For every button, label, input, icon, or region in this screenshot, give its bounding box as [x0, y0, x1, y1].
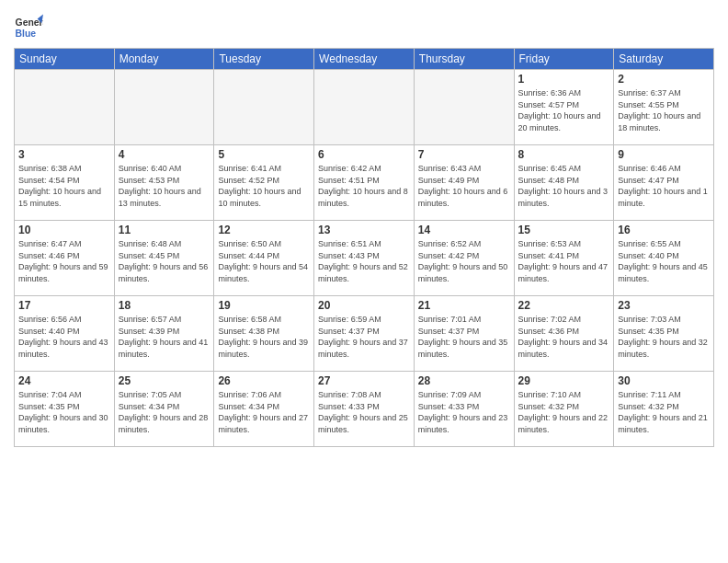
day-info: Sunrise: 6:47 AM Sunset: 4:46 PM Dayligh…: [18, 238, 110, 284]
day-info: Sunrise: 6:56 AM Sunset: 4:40 PM Dayligh…: [18, 314, 110, 360]
calendar-cell: 19Sunrise: 6:58 AM Sunset: 4:38 PM Dayli…: [214, 296, 314, 372]
day-info: Sunrise: 7:03 AM Sunset: 4:35 PM Dayligh…: [618, 314, 710, 360]
day-number: 16: [618, 224, 710, 236]
day-info: Sunrise: 6:40 AM Sunset: 4:53 PM Dayligh…: [119, 163, 210, 209]
calendar-cell: 1Sunrise: 6:36 AM Sunset: 4:57 PM Daylig…: [514, 70, 614, 145]
calendar-cell: 24Sunrise: 7:04 AM Sunset: 4:35 PM Dayli…: [15, 372, 115, 447]
day-number: 10: [18, 224, 110, 236]
day-number: 2: [618, 73, 710, 86]
day-info: Sunrise: 6:52 AM Sunset: 4:42 PM Dayligh…: [418, 238, 510, 284]
day-number: 6: [318, 148, 410, 161]
day-number: 12: [218, 224, 310, 236]
calendar-cell: 16Sunrise: 6:55 AM Sunset: 4:40 PM Dayli…: [614, 221, 714, 296]
weekday-header-saturday: Saturday: [614, 49, 714, 70]
day-number: 17: [18, 299, 110, 312]
weekday-header-sunday: Sunday: [15, 49, 115, 70]
day-number: 26: [218, 374, 310, 387]
day-info: Sunrise: 7:08 AM Sunset: 4:33 PM Dayligh…: [318, 389, 410, 435]
day-number: 19: [218, 299, 310, 312]
weekday-header-wednesday: Wednesday: [314, 49, 415, 70]
calendar-cell: 26Sunrise: 7:06 AM Sunset: 4:34 PM Dayli…: [214, 372, 314, 447]
day-info: Sunrise: 7:09 AM Sunset: 4:33 PM Dayligh…: [418, 389, 510, 435]
week-row-4: 24Sunrise: 7:04 AM Sunset: 4:35 PM Dayli…: [15, 372, 714, 447]
weekday-header-monday: Monday: [114, 49, 214, 70]
day-number: 23: [618, 299, 710, 312]
header: General Blue: [14, 9, 714, 42]
day-info: Sunrise: 6:38 AM Sunset: 4:54 PM Dayligh…: [18, 163, 110, 209]
week-row-0: 1Sunrise: 6:36 AM Sunset: 4:57 PM Daylig…: [15, 70, 714, 145]
day-number: 30: [618, 374, 710, 387]
calendar-cell: 27Sunrise: 7:08 AM Sunset: 4:33 PM Dayli…: [314, 372, 415, 447]
day-number: 22: [518, 299, 610, 312]
day-info: Sunrise: 6:53 AM Sunset: 4:41 PM Dayligh…: [518, 238, 610, 284]
calendar-cell: 13Sunrise: 6:51 AM Sunset: 4:43 PM Dayli…: [314, 221, 415, 296]
day-info: Sunrise: 7:04 AM Sunset: 4:35 PM Dayligh…: [18, 389, 110, 435]
calendar-cell: 22Sunrise: 7:02 AM Sunset: 4:36 PM Dayli…: [514, 296, 614, 372]
calendar-cell: 8Sunrise: 6:45 AM Sunset: 4:48 PM Daylig…: [514, 145, 614, 221]
day-info: Sunrise: 6:42 AM Sunset: 4:51 PM Dayligh…: [318, 163, 410, 209]
calendar-cell: 23Sunrise: 7:03 AM Sunset: 4:35 PM Dayli…: [614, 296, 714, 372]
calendar-cell: 14Sunrise: 6:52 AM Sunset: 4:42 PM Dayli…: [414, 221, 514, 296]
week-row-3: 17Sunrise: 6:56 AM Sunset: 4:40 PM Dayli…: [15, 296, 714, 372]
calendar-cell: [15, 70, 115, 145]
calendar-cell: [314, 70, 415, 145]
day-info: Sunrise: 7:02 AM Sunset: 4:36 PM Dayligh…: [518, 314, 610, 360]
day-info: Sunrise: 7:05 AM Sunset: 4:34 PM Dayligh…: [119, 389, 210, 435]
week-row-1: 3Sunrise: 6:38 AM Sunset: 4:54 PM Daylig…: [15, 145, 714, 221]
calendar-cell: 9Sunrise: 6:46 AM Sunset: 4:47 PM Daylig…: [614, 145, 714, 221]
day-number: 5: [218, 148, 310, 161]
calendar-cell: 7Sunrise: 6:43 AM Sunset: 4:49 PM Daylig…: [414, 145, 514, 221]
day-number: 11: [119, 224, 210, 236]
day-number: 7: [418, 148, 510, 161]
weekday-header-tuesday: Tuesday: [214, 49, 314, 70]
day-info: Sunrise: 6:55 AM Sunset: 4:40 PM Dayligh…: [618, 238, 710, 284]
calendar-cell: 2Sunrise: 6:37 AM Sunset: 4:55 PM Daylig…: [614, 70, 714, 145]
day-info: Sunrise: 6:36 AM Sunset: 4:57 PM Dayligh…: [518, 87, 610, 133]
day-info: Sunrise: 6:59 AM Sunset: 4:37 PM Dayligh…: [318, 314, 410, 360]
day-number: 29: [518, 374, 610, 387]
day-info: Sunrise: 6:58 AM Sunset: 4:38 PM Dayligh…: [218, 314, 310, 360]
weekday-header-row: SundayMondayTuesdayWednesdayThursdayFrid…: [15, 49, 714, 70]
page-container: General Blue SundayMondayTuesdayWednesda…: [0, 0, 728, 452]
day-number: 28: [418, 374, 510, 387]
day-info: Sunrise: 6:41 AM Sunset: 4:52 PM Dayligh…: [218, 163, 310, 209]
day-number: 27: [318, 374, 410, 387]
calendar-cell: [114, 70, 214, 145]
day-number: 1: [518, 73, 610, 86]
day-number: 4: [119, 148, 210, 161]
calendar-cell: 29Sunrise: 7:10 AM Sunset: 4:32 PM Dayli…: [514, 372, 614, 447]
day-info: Sunrise: 6:37 AM Sunset: 4:55 PM Dayligh…: [618, 87, 710, 133]
calendar-cell: 17Sunrise: 6:56 AM Sunset: 4:40 PM Dayli…: [15, 296, 115, 372]
day-number: 21: [418, 299, 510, 312]
calendar-cell: 5Sunrise: 6:41 AM Sunset: 4:52 PM Daylig…: [214, 145, 314, 221]
day-info: Sunrise: 7:11 AM Sunset: 4:32 PM Dayligh…: [618, 389, 710, 435]
weekday-header-thursday: Thursday: [414, 49, 514, 70]
day-info: Sunrise: 7:06 AM Sunset: 4:34 PM Dayligh…: [218, 389, 310, 435]
day-info: Sunrise: 6:46 AM Sunset: 4:47 PM Dayligh…: [618, 163, 710, 209]
svg-text:Blue: Blue: [16, 29, 37, 39]
day-info: Sunrise: 6:57 AM Sunset: 4:39 PM Dayligh…: [119, 314, 210, 360]
calendar-cell: [414, 70, 514, 145]
calendar-cell: 21Sunrise: 7:01 AM Sunset: 4:37 PM Dayli…: [414, 296, 514, 372]
day-number: 15: [518, 224, 610, 236]
day-info: Sunrise: 6:48 AM Sunset: 4:45 PM Dayligh…: [119, 238, 210, 284]
calendar-cell: [214, 70, 314, 145]
day-info: Sunrise: 7:10 AM Sunset: 4:32 PM Dayligh…: [518, 389, 610, 435]
day-info: Sunrise: 6:43 AM Sunset: 4:49 PM Dayligh…: [418, 163, 510, 209]
calendar-cell: 4Sunrise: 6:40 AM Sunset: 4:53 PM Daylig…: [114, 145, 214, 221]
calendar-cell: 25Sunrise: 7:05 AM Sunset: 4:34 PM Dayli…: [114, 372, 214, 447]
day-number: 13: [318, 224, 410, 236]
day-info: Sunrise: 6:51 AM Sunset: 4:43 PM Dayligh…: [318, 238, 410, 284]
day-number: 18: [119, 299, 210, 312]
logo: General Blue: [14, 13, 47, 42]
calendar-cell: 3Sunrise: 6:38 AM Sunset: 4:54 PM Daylig…: [15, 145, 115, 221]
calendar-cell: 30Sunrise: 7:11 AM Sunset: 4:32 PM Dayli…: [614, 372, 714, 447]
weekday-header-friday: Friday: [514, 49, 614, 70]
calendar-cell: 12Sunrise: 6:50 AM Sunset: 4:44 PM Dayli…: [214, 221, 314, 296]
calendar-cell: 28Sunrise: 7:09 AM Sunset: 4:33 PM Dayli…: [414, 372, 514, 447]
calendar-cell: 11Sunrise: 6:48 AM Sunset: 4:45 PM Dayli…: [114, 221, 214, 296]
day-number: 3: [18, 148, 110, 161]
logo-icon: General Blue: [14, 13, 43, 42]
day-number: 24: [18, 374, 110, 387]
day-number: 9: [618, 148, 710, 161]
